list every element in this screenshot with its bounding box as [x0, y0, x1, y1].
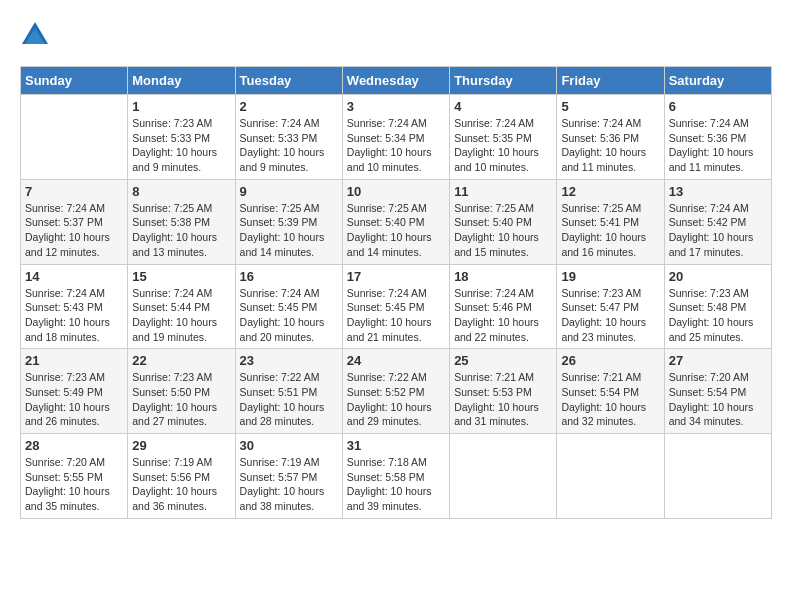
header-cell-monday: Monday: [128, 67, 235, 95]
day-detail: Sunrise: 7:24 AMSunset: 5:36 PMDaylight:…: [669, 117, 754, 173]
day-detail: Sunrise: 7:23 AMSunset: 5:48 PMDaylight:…: [669, 287, 754, 343]
day-cell: 1 Sunrise: 7:23 AMSunset: 5:33 PMDayligh…: [128, 95, 235, 180]
header-cell-tuesday: Tuesday: [235, 67, 342, 95]
day-number: 4: [454, 99, 552, 114]
header-cell-sunday: Sunday: [21, 67, 128, 95]
day-detail: Sunrise: 7:24 AMSunset: 5:44 PMDaylight:…: [132, 287, 217, 343]
day-cell: 23 Sunrise: 7:22 AMSunset: 5:51 PMDaylig…: [235, 349, 342, 434]
day-cell: 29 Sunrise: 7:19 AMSunset: 5:56 PMDaylig…: [128, 434, 235, 519]
day-cell: 2 Sunrise: 7:24 AMSunset: 5:33 PMDayligh…: [235, 95, 342, 180]
day-cell: 10 Sunrise: 7:25 AMSunset: 5:40 PMDaylig…: [342, 179, 449, 264]
logo: [20, 20, 54, 50]
header-cell-wednesday: Wednesday: [342, 67, 449, 95]
day-detail: Sunrise: 7:25 AMSunset: 5:39 PMDaylight:…: [240, 202, 325, 258]
day-cell: 15 Sunrise: 7:24 AMSunset: 5:44 PMDaylig…: [128, 264, 235, 349]
day-detail: Sunrise: 7:24 AMSunset: 5:36 PMDaylight:…: [561, 117, 646, 173]
day-number: 16: [240, 269, 338, 284]
day-cell: [664, 434, 771, 519]
day-number: 12: [561, 184, 659, 199]
day-cell: 18 Sunrise: 7:24 AMSunset: 5:46 PMDaylig…: [450, 264, 557, 349]
day-cell: 19 Sunrise: 7:23 AMSunset: 5:47 PMDaylig…: [557, 264, 664, 349]
day-number: 8: [132, 184, 230, 199]
day-number: 15: [132, 269, 230, 284]
day-number: 13: [669, 184, 767, 199]
day-detail: Sunrise: 7:24 AMSunset: 5:46 PMDaylight:…: [454, 287, 539, 343]
day-cell: 24 Sunrise: 7:22 AMSunset: 5:52 PMDaylig…: [342, 349, 449, 434]
day-cell: 20 Sunrise: 7:23 AMSunset: 5:48 PMDaylig…: [664, 264, 771, 349]
day-cell: [557, 434, 664, 519]
day-cell: 26 Sunrise: 7:21 AMSunset: 5:54 PMDaylig…: [557, 349, 664, 434]
day-number: 25: [454, 353, 552, 368]
day-cell: 31 Sunrise: 7:18 AMSunset: 5:58 PMDaylig…: [342, 434, 449, 519]
day-detail: Sunrise: 7:25 AMSunset: 5:40 PMDaylight:…: [347, 202, 432, 258]
day-number: 11: [454, 184, 552, 199]
day-number: 20: [669, 269, 767, 284]
day-number: 24: [347, 353, 445, 368]
day-number: 27: [669, 353, 767, 368]
day-number: 10: [347, 184, 445, 199]
week-row-4: 21 Sunrise: 7:23 AMSunset: 5:49 PMDaylig…: [21, 349, 772, 434]
day-number: 30: [240, 438, 338, 453]
day-detail: Sunrise: 7:24 AMSunset: 5:45 PMDaylight:…: [347, 287, 432, 343]
day-number: 2: [240, 99, 338, 114]
day-cell: 14 Sunrise: 7:24 AMSunset: 5:43 PMDaylig…: [21, 264, 128, 349]
day-detail: Sunrise: 7:24 AMSunset: 5:37 PMDaylight:…: [25, 202, 110, 258]
day-cell: [21, 95, 128, 180]
day-detail: Sunrise: 7:21 AMSunset: 5:53 PMDaylight:…: [454, 371, 539, 427]
day-cell: 17 Sunrise: 7:24 AMSunset: 5:45 PMDaylig…: [342, 264, 449, 349]
week-row-2: 7 Sunrise: 7:24 AMSunset: 5:37 PMDayligh…: [21, 179, 772, 264]
day-detail: Sunrise: 7:22 AMSunset: 5:52 PMDaylight:…: [347, 371, 432, 427]
day-detail: Sunrise: 7:20 AMSunset: 5:55 PMDaylight:…: [25, 456, 110, 512]
day-cell: 5 Sunrise: 7:24 AMSunset: 5:36 PMDayligh…: [557, 95, 664, 180]
day-cell: 21 Sunrise: 7:23 AMSunset: 5:49 PMDaylig…: [21, 349, 128, 434]
day-number: 18: [454, 269, 552, 284]
day-number: 23: [240, 353, 338, 368]
day-number: 3: [347, 99, 445, 114]
day-number: 22: [132, 353, 230, 368]
day-cell: 4 Sunrise: 7:24 AMSunset: 5:35 PMDayligh…: [450, 95, 557, 180]
day-number: 14: [25, 269, 123, 284]
header-cell-thursday: Thursday: [450, 67, 557, 95]
day-number: 26: [561, 353, 659, 368]
day-detail: Sunrise: 7:24 AMSunset: 5:43 PMDaylight:…: [25, 287, 110, 343]
day-number: 9: [240, 184, 338, 199]
day-cell: 13 Sunrise: 7:24 AMSunset: 5:42 PMDaylig…: [664, 179, 771, 264]
day-detail: Sunrise: 7:19 AMSunset: 5:57 PMDaylight:…: [240, 456, 325, 512]
day-cell: 25 Sunrise: 7:21 AMSunset: 5:53 PMDaylig…: [450, 349, 557, 434]
day-cell: 9 Sunrise: 7:25 AMSunset: 5:39 PMDayligh…: [235, 179, 342, 264]
day-number: 31: [347, 438, 445, 453]
page-header: [20, 20, 772, 50]
header-row: SundayMondayTuesdayWednesdayThursdayFrid…: [21, 67, 772, 95]
logo-icon: [20, 20, 50, 50]
day-detail: Sunrise: 7:25 AMSunset: 5:38 PMDaylight:…: [132, 202, 217, 258]
day-cell: 30 Sunrise: 7:19 AMSunset: 5:57 PMDaylig…: [235, 434, 342, 519]
week-row-5: 28 Sunrise: 7:20 AMSunset: 5:55 PMDaylig…: [21, 434, 772, 519]
day-cell: 3 Sunrise: 7:24 AMSunset: 5:34 PMDayligh…: [342, 95, 449, 180]
day-number: 1: [132, 99, 230, 114]
day-cell: 27 Sunrise: 7:20 AMSunset: 5:54 PMDaylig…: [664, 349, 771, 434]
day-number: 21: [25, 353, 123, 368]
day-cell: 6 Sunrise: 7:24 AMSunset: 5:36 PMDayligh…: [664, 95, 771, 180]
day-detail: Sunrise: 7:24 AMSunset: 5:35 PMDaylight:…: [454, 117, 539, 173]
day-cell: 8 Sunrise: 7:25 AMSunset: 5:38 PMDayligh…: [128, 179, 235, 264]
day-detail: Sunrise: 7:25 AMSunset: 5:40 PMDaylight:…: [454, 202, 539, 258]
day-number: 7: [25, 184, 123, 199]
calendar-table: SundayMondayTuesdayWednesdayThursdayFrid…: [20, 66, 772, 519]
week-row-3: 14 Sunrise: 7:24 AMSunset: 5:43 PMDaylig…: [21, 264, 772, 349]
day-number: 17: [347, 269, 445, 284]
day-detail: Sunrise: 7:23 AMSunset: 5:47 PMDaylight:…: [561, 287, 646, 343]
day-detail: Sunrise: 7:20 AMSunset: 5:54 PMDaylight:…: [669, 371, 754, 427]
day-cell: 16 Sunrise: 7:24 AMSunset: 5:45 PMDaylig…: [235, 264, 342, 349]
day-number: 19: [561, 269, 659, 284]
day-detail: Sunrise: 7:21 AMSunset: 5:54 PMDaylight:…: [561, 371, 646, 427]
header-cell-saturday: Saturday: [664, 67, 771, 95]
day-detail: Sunrise: 7:23 AMSunset: 5:50 PMDaylight:…: [132, 371, 217, 427]
day-cell: 12 Sunrise: 7:25 AMSunset: 5:41 PMDaylig…: [557, 179, 664, 264]
day-cell: [450, 434, 557, 519]
day-cell: 7 Sunrise: 7:24 AMSunset: 5:37 PMDayligh…: [21, 179, 128, 264]
day-detail: Sunrise: 7:19 AMSunset: 5:56 PMDaylight:…: [132, 456, 217, 512]
day-detail: Sunrise: 7:24 AMSunset: 5:45 PMDaylight:…: [240, 287, 325, 343]
day-detail: Sunrise: 7:23 AMSunset: 5:33 PMDaylight:…: [132, 117, 217, 173]
day-detail: Sunrise: 7:18 AMSunset: 5:58 PMDaylight:…: [347, 456, 432, 512]
day-detail: Sunrise: 7:23 AMSunset: 5:49 PMDaylight:…: [25, 371, 110, 427]
